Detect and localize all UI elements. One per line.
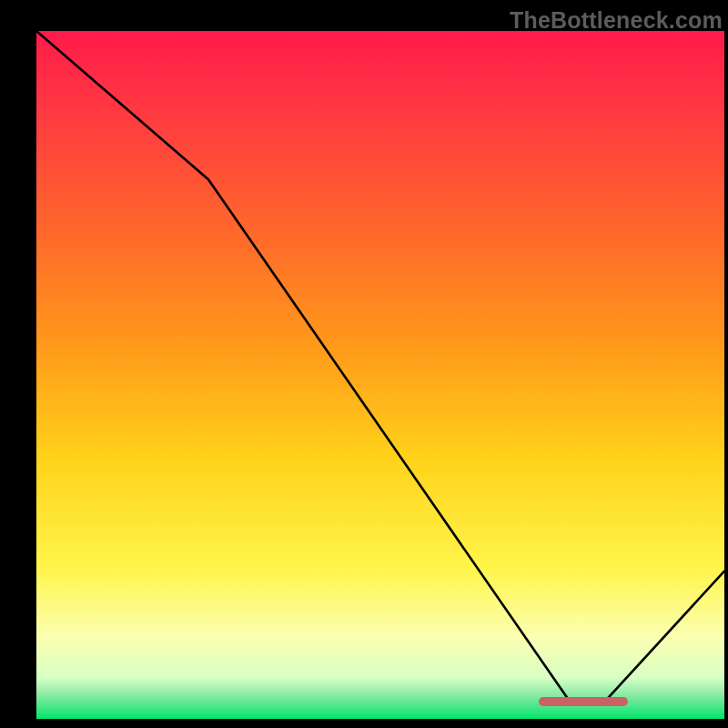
watermark-text: TheBottleneck.com bbox=[510, 7, 723, 34]
plot-area bbox=[36, 31, 724, 706]
bottleneck-curve bbox=[36, 31, 724, 706]
optimal-range-marker bbox=[539, 697, 628, 706]
